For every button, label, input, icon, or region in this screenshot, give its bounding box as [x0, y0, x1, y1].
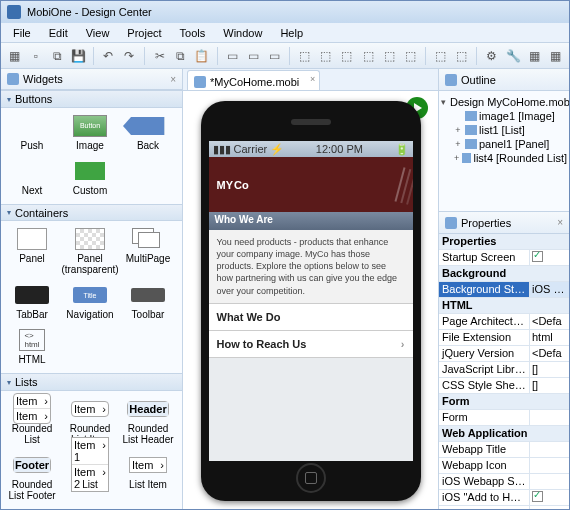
close-icon[interactable]: ×	[557, 217, 563, 228]
property-row[interactable]: jQuery Version<Defa	[439, 346, 569, 362]
property-row[interactable]: Startup Screen	[439, 250, 569, 266]
property-row[interactable]: Page Architecture<Defa	[439, 314, 569, 330]
widget-push[interactable]: Push	[3, 112, 61, 155]
close-icon[interactable]: ×	[310, 74, 315, 84]
widget-image[interactable]: ButtonImage	[61, 112, 119, 155]
property-group: Form	[439, 394, 569, 410]
toolbar-button[interactable]: ▭	[244, 46, 263, 66]
main-area: Widgets × ▾Buttons Push ButtonImage Back…	[1, 69, 569, 509]
toolbar-button[interactable]: ⬚	[380, 46, 399, 66]
widget-list-item[interactable]: Item›List Item	[119, 451, 177, 505]
widgets-icon	[7, 73, 19, 85]
canvas[interactable]: ↖ ▮▮▮ Carrier ⚡ 12:00 PM 🔋 MYCo Who We A…	[183, 91, 438, 509]
menu-view[interactable]: View	[78, 25, 118, 41]
toolbar-button[interactable]: ▫	[26, 46, 45, 66]
tree-row[interactable]: +panel1 [Panel]	[441, 137, 567, 151]
widget-custom[interactable]: Custom	[61, 157, 119, 200]
property-row[interactable]: File Extensionhtml	[439, 330, 569, 346]
tree-row[interactable]: ▾Design MyCoHome.mobi	[441, 95, 567, 109]
right-panel: Outline ▾Design MyCoHome.mobiimage1 [Ima…	[439, 69, 569, 509]
toolbar-button[interactable]: ⧉	[47, 46, 66, 66]
property-row[interactable]: iOS "Add to Home Scre	[439, 490, 569, 506]
widget-panel[interactable]: Panel	[3, 225, 61, 279]
toolbar-button[interactable]: ↷	[120, 46, 139, 66]
property-row[interactable]: Form	[439, 410, 569, 426]
widget-back[interactable]: Back	[119, 112, 177, 155]
titlebar: MobiOne - Design Center	[1, 1, 569, 23]
toolbar-button[interactable]: ▦	[525, 46, 544, 66]
widget-rounded-list-header[interactable]: HeaderRounded List Header	[119, 395, 177, 449]
home-button[interactable]	[296, 463, 326, 493]
property-group: Properties	[439, 234, 569, 250]
toolbar-button[interactable]: 📋	[192, 46, 211, 66]
widget-rounded-list-footer[interactable]: FooterRounded List Footer	[3, 451, 61, 505]
toolbar-button[interactable]: ⧉	[171, 46, 190, 66]
widget-next[interactable]: Next	[3, 157, 61, 200]
toolbar-button[interactable]: ▭	[222, 46, 241, 66]
toolbar-button[interactable]: ▦	[5, 46, 24, 66]
section-lists[interactable]: ▾Lists	[1, 373, 182, 391]
menu-file[interactable]: File	[5, 25, 39, 41]
menu-tools[interactable]: Tools	[172, 25, 214, 41]
body-text: You need products - products that enhanc…	[209, 230, 413, 303]
toolbar-button[interactable]: ▦	[546, 46, 565, 66]
widget-toolbar[interactable]: Toolbar	[119, 281, 177, 324]
property-row[interactable]: Android UI Layout StratAuto-s	[439, 506, 569, 509]
toolbar-button[interactable]: ⬚	[401, 46, 420, 66]
menubar: File Edit View Project Tools Window Help	[1, 23, 569, 43]
file-tab[interactable]: *MyCoHome.mobi ×	[187, 70, 320, 90]
toolbar-button[interactable]: ⬚	[431, 46, 450, 66]
toolbar-button[interactable]: ✂	[150, 46, 169, 66]
tree-row[interactable]: +list1 [List]	[441, 123, 567, 137]
phone-screen[interactable]: ▮▮▮ Carrier ⚡ 12:00 PM 🔋 MYCo Who We Are…	[209, 141, 413, 461]
close-icon[interactable]: ×	[170, 74, 176, 85]
section-containers[interactable]: ▾Containers	[1, 204, 182, 222]
section-buttons[interactable]: ▾Buttons	[1, 90, 182, 108]
property-row[interactable]: Webapp Icon	[439, 458, 569, 474]
toolbar-button[interactable]: ▭	[265, 46, 284, 66]
menu-help[interactable]: Help	[272, 25, 311, 41]
outline-icon	[445, 74, 457, 86]
toolbar-button[interactable]: ⚙	[482, 46, 501, 66]
chevron-right-icon: ›	[401, 338, 405, 350]
palette-lists: Item›Item›Rounded List Item›Rounded List…	[1, 391, 182, 509]
property-row[interactable]: Background StyleiOS Da	[439, 282, 569, 298]
toolbar-button[interactable]: ⬚	[337, 46, 356, 66]
toolbar-button[interactable]: ⬚	[316, 46, 335, 66]
list-row[interactable]: What We Do	[209, 303, 413, 330]
toolbar-button[interactable]: 🔧	[503, 46, 522, 66]
widget-rounded-list[interactable]: Item›Item›Rounded List	[3, 395, 61, 449]
section-title: Who We Are	[209, 212, 413, 230]
property-row[interactable]: Webapp Title	[439, 442, 569, 458]
property-group: Background	[439, 266, 569, 282]
properties-panel: Properties × PropertiesStartup ScreenBac…	[439, 211, 569, 509]
properties-title: Properties	[461, 217, 511, 229]
property-row[interactable]: JavaScript Libraries[]	[439, 362, 569, 378]
menu-edit[interactable]: Edit	[41, 25, 76, 41]
widget-multipage[interactable]: MultiPage	[119, 225, 177, 279]
tree-row[interactable]: +list4 [Rounded List]	[441, 151, 567, 165]
menu-project[interactable]: Project	[119, 25, 169, 41]
design-canvas-pane: *MyCoHome.mobi × ↖ ▮▮▮ Carrier ⚡ 12:00 P…	[183, 69, 439, 509]
toolbar-button[interactable]: ↶	[99, 46, 118, 66]
list-row[interactable]: How to Reach Us›	[209, 330, 413, 358]
property-row[interactable]: iOS Webapp Startup Im	[439, 474, 569, 490]
header-image[interactable]: MYCo	[209, 157, 413, 212]
outline-tab[interactable]: Outline	[439, 69, 569, 91]
widget-tabbar[interactable]: TabBar	[3, 281, 61, 324]
toolbar-button[interactable]: ⬚	[452, 46, 471, 66]
widget-panel-transparent[interactable]: Panel (transparent)	[61, 225, 119, 279]
widgets-tab[interactable]: Widgets ×	[1, 69, 182, 90]
widgets-tab-label: Widgets	[23, 73, 63, 85]
menu-window[interactable]: Window	[215, 25, 270, 41]
tree-row[interactable]: image1 [Image]	[441, 109, 567, 123]
toolbar-button[interactable]: ⬚	[295, 46, 314, 66]
widget-list[interactable]: Item 1›Item 2›List	[61, 451, 119, 505]
widget-navigation[interactable]: TitleNavigation	[61, 281, 119, 324]
properties-grid: PropertiesStartup ScreenBackgroundBackgr…	[439, 234, 569, 509]
toolbar-button[interactable]: 💾	[69, 46, 88, 66]
toolbar-button[interactable]: ⬚	[358, 46, 377, 66]
widget-html[interactable]: <>htmlHTML	[3, 326, 61, 369]
property-row[interactable]: CSS Style Sheets[]	[439, 378, 569, 394]
properties-tab[interactable]: Properties ×	[439, 212, 569, 234]
